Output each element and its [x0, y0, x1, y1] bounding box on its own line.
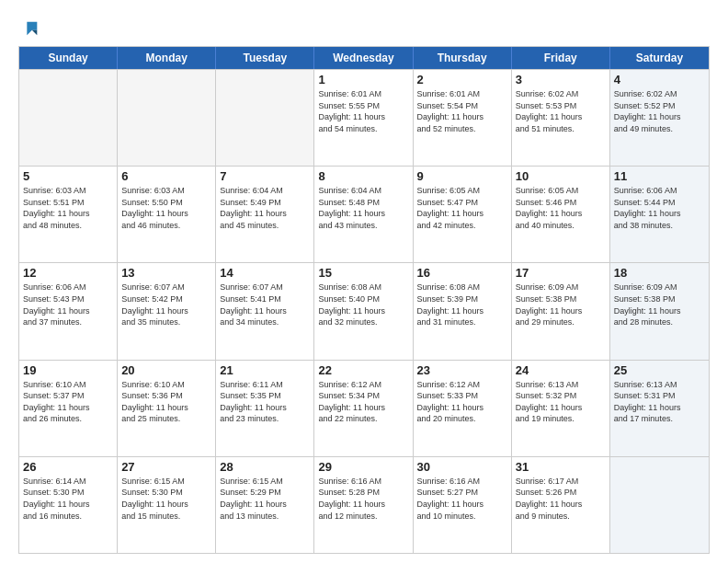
- cal-cell: 29Sunrise: 6:16 AM Sunset: 5:28 PM Dayli…: [314, 457, 413, 553]
- cal-cell: 12Sunrise: 6:06 AM Sunset: 5:43 PM Dayli…: [19, 263, 118, 359]
- day-info: Sunrise: 6:01 AM Sunset: 5:55 PM Dayligh…: [318, 88, 408, 134]
- cal-cell: 14Sunrise: 6:07 AM Sunset: 5:41 PM Dayli…: [216, 263, 314, 359]
- calendar: SundayMondayTuesdayWednesdayThursdayFrid…: [18, 46, 710, 554]
- day-number: 4: [614, 73, 705, 86]
- day-info: Sunrise: 6:11 AM Sunset: 5:35 PM Dayligh…: [220, 379, 310, 425]
- day-info: Sunrise: 6:12 AM Sunset: 5:34 PM Dayligh…: [318, 379, 408, 425]
- cal-cell: 18Sunrise: 6:09 AM Sunset: 5:38 PM Dayli…: [610, 263, 709, 359]
- day-number: 2: [417, 73, 507, 86]
- day-number: 22: [318, 363, 408, 377]
- logo: [18, 18, 40, 37]
- cal-cell: 3Sunrise: 6:02 AM Sunset: 5:53 PM Daylig…: [512, 70, 610, 166]
- cal-cell: [118, 70, 216, 166]
- cal-cell: 16Sunrise: 6:08 AM Sunset: 5:39 PM Dayli…: [414, 263, 512, 359]
- day-info: Sunrise: 6:09 AM Sunset: 5:38 PM Dayligh…: [614, 282, 705, 327]
- cal-cell: 9Sunrise: 6:05 AM Sunset: 5:47 PM Daylig…: [414, 167, 512, 262]
- cal-cell: 17Sunrise: 6:09 AM Sunset: 5:38 PM Dayli…: [512, 263, 610, 359]
- cal-cell: 2Sunrise: 6:01 AM Sunset: 5:54 PM Daylig…: [414, 70, 512, 166]
- day-number: 20: [121, 363, 211, 377]
- day-number: 1: [318, 73, 408, 86]
- cal-cell: 25Sunrise: 6:13 AM Sunset: 5:31 PM Dayli…: [610, 361, 709, 456]
- cal-cell: 31Sunrise: 6:17 AM Sunset: 5:26 PM Dayli…: [512, 457, 610, 553]
- day-info: Sunrise: 6:16 AM Sunset: 5:28 PM Dayligh…: [318, 476, 408, 522]
- cal-cell: 20Sunrise: 6:10 AM Sunset: 5:36 PM Dayli…: [118, 361, 216, 456]
- cal-cell: 1Sunrise: 6:01 AM Sunset: 5:55 PM Daylig…: [314, 70, 413, 166]
- cal-cell: 4Sunrise: 6:02 AM Sunset: 5:52 PM Daylig…: [610, 70, 709, 166]
- day-info: Sunrise: 6:14 AM Sunset: 5:30 PM Dayligh…: [23, 476, 113, 522]
- day-info: Sunrise: 6:02 AM Sunset: 5:53 PM Dayligh…: [516, 88, 606, 134]
- weekday-header-saturday: Saturday: [610, 47, 709, 69]
- day-number: 7: [220, 169, 310, 183]
- cal-cell: 7Sunrise: 6:04 AM Sunset: 5:49 PM Daylig…: [216, 167, 314, 262]
- week-row-1: 5Sunrise: 6:03 AM Sunset: 5:51 PM Daylig…: [19, 166, 709, 262]
- week-row-4: 26Sunrise: 6:14 AM Sunset: 5:30 PM Dayli…: [19, 456, 709, 553]
- day-number: 25: [614, 363, 705, 377]
- cal-cell: 11Sunrise: 6:06 AM Sunset: 5:44 PM Dayli…: [610, 167, 709, 262]
- cal-cell: 15Sunrise: 6:08 AM Sunset: 5:40 PM Dayli…: [314, 263, 413, 359]
- weekday-header-wednesday: Wednesday: [314, 47, 413, 69]
- day-number: 11: [614, 169, 705, 183]
- weekday-header-friday: Friday: [512, 47, 610, 69]
- day-info: Sunrise: 6:03 AM Sunset: 5:51 PM Dayligh…: [23, 185, 113, 231]
- day-info: Sunrise: 6:06 AM Sunset: 5:43 PM Dayligh…: [23, 282, 113, 327]
- cal-cell: 19Sunrise: 6:10 AM Sunset: 5:37 PM Dayli…: [19, 361, 118, 456]
- week-row-3: 19Sunrise: 6:10 AM Sunset: 5:37 PM Dayli…: [19, 360, 709, 456]
- day-number: 12: [23, 266, 113, 280]
- day-info: Sunrise: 6:05 AM Sunset: 5:47 PM Dayligh…: [417, 185, 507, 231]
- day-info: Sunrise: 6:13 AM Sunset: 5:32 PM Dayligh…: [516, 379, 606, 425]
- day-info: Sunrise: 6:04 AM Sunset: 5:49 PM Dayligh…: [220, 185, 310, 231]
- logo-icon: [20, 18, 40, 39]
- day-number: 26: [23, 460, 113, 474]
- day-number: 18: [614, 266, 705, 280]
- cal-cell: [19, 70, 118, 166]
- day-number: 28: [220, 460, 310, 474]
- day-number: 9: [417, 169, 507, 183]
- day-number: 23: [417, 363, 507, 377]
- day-info: Sunrise: 6:08 AM Sunset: 5:40 PM Dayligh…: [318, 282, 408, 327]
- weekday-header-sunday: Sunday: [19, 47, 118, 69]
- week-row-0: 1Sunrise: 6:01 AM Sunset: 5:55 PM Daylig…: [19, 69, 709, 166]
- cal-cell: 13Sunrise: 6:07 AM Sunset: 5:42 PM Dayli…: [118, 263, 216, 359]
- weekday-header-monday: Monday: [118, 47, 216, 69]
- day-number: 3: [516, 73, 606, 86]
- calendar-body: 1Sunrise: 6:01 AM Sunset: 5:55 PM Daylig…: [19, 69, 709, 553]
- day-info: Sunrise: 6:03 AM Sunset: 5:50 PM Dayligh…: [121, 185, 211, 231]
- day-info: Sunrise: 6:02 AM Sunset: 5:52 PM Dayligh…: [614, 88, 705, 134]
- day-number: 31: [516, 460, 606, 474]
- day-number: 10: [516, 169, 606, 183]
- cal-cell: 22Sunrise: 6:12 AM Sunset: 5:34 PM Dayli…: [314, 361, 413, 456]
- day-info: Sunrise: 6:16 AM Sunset: 5:27 PM Dayligh…: [417, 476, 507, 522]
- cal-cell: 24Sunrise: 6:13 AM Sunset: 5:32 PM Dayli…: [512, 361, 610, 456]
- day-info: Sunrise: 6:04 AM Sunset: 5:48 PM Dayligh…: [318, 185, 408, 231]
- cal-cell: 21Sunrise: 6:11 AM Sunset: 5:35 PM Dayli…: [216, 361, 314, 456]
- cal-cell: 23Sunrise: 6:12 AM Sunset: 5:33 PM Dayli…: [414, 361, 512, 456]
- cal-cell: [216, 70, 314, 166]
- day-info: Sunrise: 6:15 AM Sunset: 5:29 PM Dayligh…: [220, 476, 310, 522]
- calendar-header: SundayMondayTuesdayWednesdayThursdayFrid…: [19, 47, 709, 69]
- day-info: Sunrise: 6:05 AM Sunset: 5:46 PM Dayligh…: [516, 185, 606, 231]
- day-info: Sunrise: 6:10 AM Sunset: 5:37 PM Dayligh…: [23, 379, 113, 425]
- day-number: 14: [220, 266, 310, 280]
- day-info: Sunrise: 6:13 AM Sunset: 5:31 PM Dayligh…: [614, 379, 705, 425]
- cal-cell: 30Sunrise: 6:16 AM Sunset: 5:27 PM Dayli…: [414, 457, 512, 553]
- day-number: 24: [516, 363, 606, 377]
- cal-cell: 26Sunrise: 6:14 AM Sunset: 5:30 PM Dayli…: [19, 457, 118, 553]
- cal-cell: 8Sunrise: 6:04 AM Sunset: 5:48 PM Daylig…: [314, 167, 413, 262]
- day-number: 30: [417, 460, 507, 474]
- day-info: Sunrise: 6:10 AM Sunset: 5:36 PM Dayligh…: [121, 379, 211, 425]
- day-info: Sunrise: 6:09 AM Sunset: 5:38 PM Dayligh…: [516, 282, 606, 327]
- day-number: 8: [318, 169, 408, 183]
- day-number: 5: [23, 169, 113, 183]
- day-number: 17: [516, 266, 606, 280]
- cal-cell: 10Sunrise: 6:05 AM Sunset: 5:46 PM Dayli…: [512, 167, 610, 262]
- cal-cell: 5Sunrise: 6:03 AM Sunset: 5:51 PM Daylig…: [19, 167, 118, 262]
- day-number: 6: [121, 169, 211, 183]
- svg-marker-1: [32, 30, 38, 36]
- cal-cell: 27Sunrise: 6:15 AM Sunset: 5:30 PM Dayli…: [118, 457, 216, 553]
- day-number: 19: [23, 363, 113, 377]
- day-number: 15: [318, 266, 408, 280]
- day-info: Sunrise: 6:01 AM Sunset: 5:54 PM Dayligh…: [417, 88, 507, 134]
- day-number: 27: [121, 460, 211, 474]
- day-number: 16: [417, 266, 507, 280]
- weekday-header-tuesday: Tuesday: [216, 47, 314, 69]
